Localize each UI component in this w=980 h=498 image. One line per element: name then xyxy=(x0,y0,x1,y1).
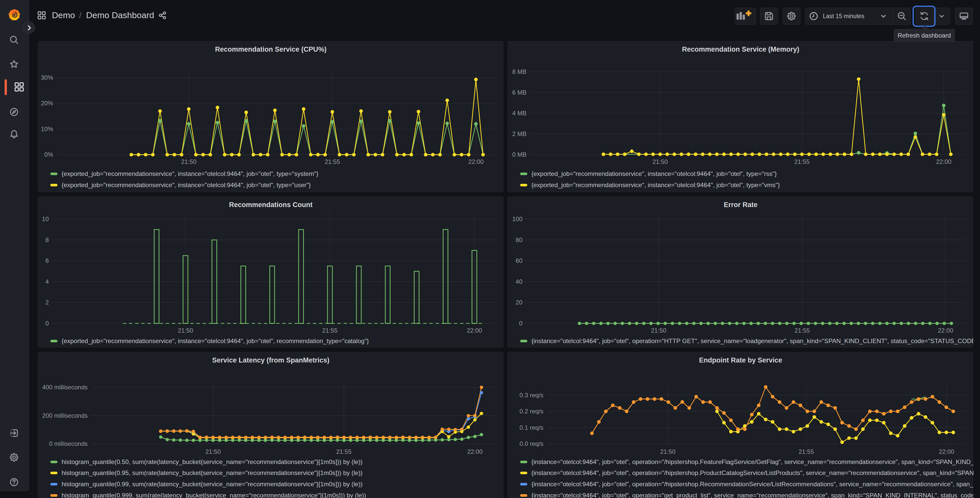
svg-text:22:00: 22:00 xyxy=(468,158,484,165)
svg-text:22:00: 22:00 xyxy=(939,448,954,455)
svg-text:30%: 30% xyxy=(41,74,53,81)
svg-text:20%: 20% xyxy=(41,100,53,107)
svg-text:21:55: 21:55 xyxy=(794,327,810,334)
svg-text:{exported_job="recommendations: {exported_job="recommendationservice", i… xyxy=(62,182,311,188)
svg-text:20: 20 xyxy=(515,299,522,306)
svg-text:22:00: 22:00 xyxy=(467,327,482,334)
svg-text:histogram_quantile(0.999, sum(: histogram_quantile(0.999, sum(rate(laten… xyxy=(62,492,366,498)
svg-text:2: 2 xyxy=(46,299,49,306)
svg-text:21:50: 21:50 xyxy=(205,448,221,455)
svg-text:Recommendation Service (Memory: Recommendation Service (Memory) xyxy=(682,46,799,53)
svg-text:21:55: 21:55 xyxy=(794,158,810,165)
svg-text:0 milliseconds: 0 milliseconds xyxy=(49,440,88,447)
svg-text:{exported_job="recommendations: {exported_job="recommendationservice", i… xyxy=(531,170,776,177)
svg-text:{exported_job="recommendations: {exported_job="recommendationservice", i… xyxy=(62,170,318,177)
svg-text:21:50: 21:50 xyxy=(181,158,196,165)
svg-text:0.3 req/s: 0.3 req/s xyxy=(520,392,543,399)
svg-text:Error Rate: Error Rate xyxy=(724,201,757,209)
svg-text:Recommendations Count: Recommendations Count xyxy=(229,201,312,209)
svg-text:0 MB: 0 MB xyxy=(512,151,527,158)
svg-text:400 milliseconds: 400 milliseconds xyxy=(42,384,88,391)
svg-text:6 MB: 6 MB xyxy=(512,89,527,96)
svg-text:0%: 0% xyxy=(44,151,53,158)
svg-text:10%: 10% xyxy=(41,126,53,132)
svg-text:8 MB: 8 MB xyxy=(512,68,527,75)
svg-text:Recommendation Service (CPU%): Recommendation Service (CPU%) xyxy=(215,46,327,53)
svg-text:histogram_quantile(0.50, sum(r: histogram_quantile(0.50, sum(rate(latenc… xyxy=(62,458,363,465)
svg-text:{instance="otelcol:9464", job=: {instance="otelcol:9464", job="otel", op… xyxy=(531,337,974,344)
svg-text:21:55: 21:55 xyxy=(322,327,337,334)
svg-text:histogram_quantile(0.95, sum(r: histogram_quantile(0.95, sum(rate(latenc… xyxy=(62,469,363,476)
svg-text:0: 0 xyxy=(46,320,49,327)
svg-text:22:00: 22:00 xyxy=(467,448,483,455)
svg-text:6: 6 xyxy=(46,257,49,264)
svg-text:40: 40 xyxy=(515,278,522,285)
svg-text:4 MB: 4 MB xyxy=(512,110,527,117)
svg-text:21:55: 21:55 xyxy=(336,448,352,455)
svg-text:{instance="otelcol:9464", job=: {instance="otelcol:9464", job="otel", op… xyxy=(531,492,974,498)
svg-text:60: 60 xyxy=(515,257,522,264)
svg-text:0.2 req/s: 0.2 req/s xyxy=(520,408,543,415)
svg-text:80: 80 xyxy=(515,236,522,243)
svg-text:Service Latency (from SpanMetr: Service Latency (from SpanMetrics) xyxy=(212,356,329,364)
svg-text:{instance="otelcol:9464", job=: {instance="otelcol:9464", job="otel", op… xyxy=(531,480,974,487)
svg-text:0.0 req/s: 0.0 req/s xyxy=(520,440,543,447)
svg-text:100: 100 xyxy=(512,215,522,222)
svg-text:0: 0 xyxy=(519,320,522,327)
svg-text:Endpoint Rate by Service: Endpoint Rate by Service xyxy=(699,356,782,364)
svg-text:{instance="otelcol:9464", job=: {instance="otelcol:9464", job="otel", op… xyxy=(531,458,974,465)
svg-text:10: 10 xyxy=(42,215,49,222)
svg-text:21:50: 21:50 xyxy=(178,327,193,334)
svg-text:22:00: 22:00 xyxy=(938,327,953,334)
svg-text:0.1 req/s: 0.1 req/s xyxy=(520,424,543,431)
svg-text:8: 8 xyxy=(46,236,49,243)
svg-text:2 MB: 2 MB xyxy=(512,130,527,137)
svg-text:22:00: 22:00 xyxy=(936,158,951,165)
svg-text:21:50: 21:50 xyxy=(660,448,676,455)
svg-text:21:50: 21:50 xyxy=(652,158,668,165)
svg-text:200 milliseconds: 200 milliseconds xyxy=(42,412,88,419)
svg-text:{exported_job="recommendations: {exported_job="recommendationservice", i… xyxy=(531,182,780,188)
svg-text:21:55: 21:55 xyxy=(325,158,340,165)
svg-text:21:55: 21:55 xyxy=(799,448,814,455)
svg-text:4: 4 xyxy=(46,278,49,285)
svg-text:histogram_quantile(0.99, sum(r: histogram_quantile(0.99, sum(rate(latenc… xyxy=(62,480,363,487)
svg-text:21:50: 21:50 xyxy=(651,327,666,334)
svg-text:{instance="otelcol:9464", job=: {instance="otelcol:9464", job="otel", op… xyxy=(531,469,974,476)
svg-text:Last 15 minutes: Last 15 minutes xyxy=(823,13,864,19)
svg-text:{exported_job="recommendations: {exported_job="recommendationservice", i… xyxy=(62,337,369,344)
